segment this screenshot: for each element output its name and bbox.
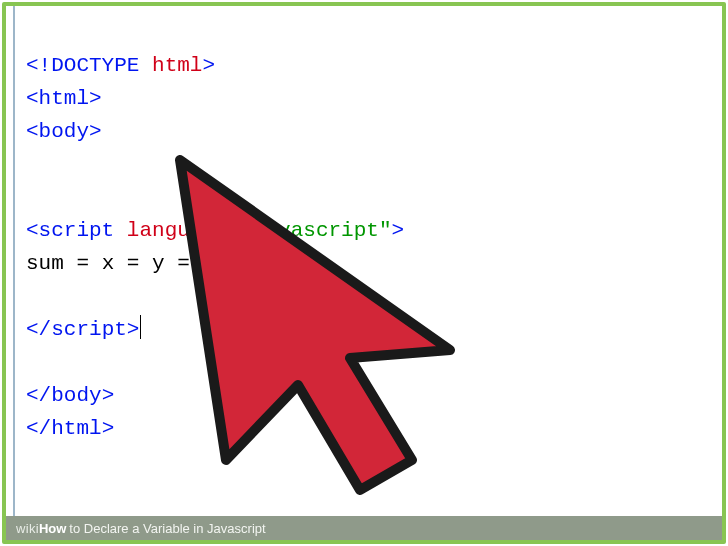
caption-text: to Declare a Variable in Javascript	[69, 521, 265, 536]
code-token: "	[379, 219, 392, 242]
caption-bar: wikiHow to Declare a Variable in Javascr…	[6, 516, 722, 540]
code-token: script	[51, 318, 127, 341]
brand-prefix: wiki	[16, 521, 39, 536]
code-token: html	[152, 54, 202, 77]
code-token: >	[89, 120, 102, 143]
code-token: <	[26, 120, 39, 143]
code-editor-content: <!DOCTYPE html> <html> <body> <script la…	[26, 16, 716, 478]
code-token: javascript	[253, 219, 379, 242]
code-token: </	[26, 318, 51, 341]
code-token: body	[51, 384, 101, 407]
code-token: sum	[26, 252, 64, 275]
tutorial-step-frame: <!DOCTYPE html> <html> <body> <script la…	[0, 0, 728, 546]
code-token: >	[102, 384, 115, 407]
code-token: >	[102, 417, 115, 440]
code-token: html	[51, 417, 101, 440]
code-token: </	[26, 417, 51, 440]
editor-gutter-line	[13, 6, 15, 540]
code-token: >	[202, 54, 215, 77]
code-token: >	[127, 318, 140, 341]
code-token: script	[39, 219, 115, 242]
code-token: =	[165, 252, 203, 275]
code-token: >	[392, 219, 405, 242]
code-token: =	[228, 219, 241, 242]
code-token: <	[26, 87, 39, 110]
code-token	[114, 219, 127, 242]
code-token: =	[114, 252, 152, 275]
code-token: language	[127, 219, 228, 242]
code-token: <	[26, 219, 39, 242]
code-token: 0	[202, 252, 215, 275]
code-token: y	[152, 252, 165, 275]
code-token: x	[102, 252, 115, 275]
code-token: "	[240, 219, 253, 242]
code-token: >	[89, 87, 102, 110]
text-caret	[140, 315, 141, 339]
code-token: body	[39, 120, 89, 143]
code-token: </	[26, 384, 51, 407]
code-token: <!DOCTYPE	[26, 54, 152, 77]
brand-how: How	[39, 521, 66, 536]
code-token: =	[64, 252, 102, 275]
code-token: html	[39, 87, 89, 110]
